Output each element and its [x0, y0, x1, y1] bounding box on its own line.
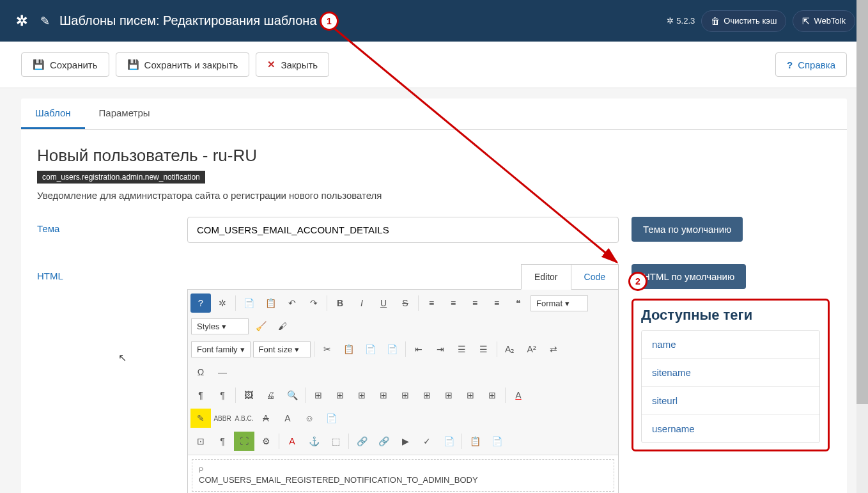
fullscreen-icon[interactable]: ⛶: [234, 432, 254, 451]
text-color-icon[interactable]: A: [277, 409, 298, 428]
default-html-button[interactable]: HTML по умолчанию: [632, 264, 746, 289]
sub-icon[interactable]: A₂: [500, 340, 520, 359]
font-family-select[interactable]: Font family ▾: [191, 341, 251, 357]
template-description: Уведомление для администратора сайта о р…: [37, 190, 831, 201]
template-icon[interactable]: 📋: [465, 432, 485, 451]
document-icon[interactable]: 📄: [438, 432, 459, 451]
col-delete-icon[interactable]: ⊞: [438, 386, 459, 405]
forecolor-icon[interactable]: A: [508, 386, 529, 405]
save-close-button[interactable]: 💾Сохранить и закрыть: [116, 52, 250, 77]
highlight-icon[interactable]: ✎: [190, 409, 211, 428]
quote-icon[interactable]: ❝: [508, 293, 529, 313]
indent-icon[interactable]: ⇥: [430, 340, 451, 359]
pagebreak-icon[interactable]: 📄: [486, 432, 507, 451]
remove-format-icon[interactable]: A: [256, 409, 276, 428]
omega-icon[interactable]: Ω: [190, 363, 211, 382]
underline-icon[interactable]: U: [373, 293, 394, 313]
row-before-icon[interactable]: ⊞: [330, 386, 350, 405]
annotation-badge-1: 1: [320, 12, 339, 31]
tab-template[interactable]: Шаблон: [21, 98, 85, 129]
editor-tab-code[interactable]: Code: [571, 264, 619, 290]
styles-select[interactable]: Styles ▾: [191, 318, 249, 334]
newdoc-icon[interactable]: 📄: [238, 293, 259, 313]
split-icon[interactable]: ⊞: [482, 386, 502, 405]
row-delete-icon[interactable]: ⊞: [373, 386, 394, 405]
save-button[interactable]: 💾Сохранить: [21, 52, 109, 77]
rtl-icon[interactable]: ¶: [212, 386, 233, 405]
subject-input[interactable]: [187, 217, 619, 243]
html-label: HTML: [37, 264, 174, 281]
eraser-icon[interactable]: 🧹: [251, 317, 271, 336]
align-right-icon[interactable]: ≡: [465, 293, 485, 313]
copy2-icon[interactable]: 📋: [339, 340, 359, 359]
webtolk-button[interactable]: ⇱WebTolk: [793, 10, 855, 32]
list-ol-icon[interactable]: ☰: [474, 340, 494, 359]
undo-icon[interactable]: ↶: [282, 293, 302, 313]
content-card: Шаблон Параметры Новый пользователь - ru…: [21, 98, 847, 493]
bold-icon[interactable]: B: [330, 293, 350, 313]
brush-icon[interactable]: 🖌: [272, 317, 293, 336]
abc-icon[interactable]: A.B.C.: [234, 409, 254, 428]
module-icon[interactable]: ⬚: [325, 432, 346, 451]
link-icon[interactable]: 🔗: [352, 432, 372, 451]
sup-icon[interactable]: A²: [522, 340, 542, 359]
code-icon[interactable]: ⚙: [256, 432, 276, 451]
align-center-icon[interactable]: ≡: [443, 293, 463, 313]
default-subject-button[interactable]: Тема по умолчанию: [632, 217, 743, 242]
ltr-icon[interactable]: ¶: [190, 386, 211, 405]
pilcrow-icon[interactable]: ¶: [212, 432, 233, 451]
italic-icon[interactable]: I: [352, 293, 372, 313]
font-a-icon[interactable]: A: [282, 432, 302, 451]
editor-tab-editor[interactable]: Editor: [521, 264, 571, 290]
abbr-icon[interactable]: ABBR: [212, 409, 233, 428]
action-toolbar: 💾Сохранить 💾Сохранить и закрыть ✕Закрыть…: [0, 42, 868, 88]
editor-content-area[interactable]: P COM_USERS_EMAIL_REGISTERED_NOTIFICATIO…: [192, 459, 614, 492]
direction-icon[interactable]: ⇄: [543, 340, 564, 359]
hr-icon[interactable]: —: [212, 363, 233, 382]
tag-item[interactable]: sitename: [642, 359, 819, 387]
image-icon[interactable]: 🖼: [238, 386, 259, 405]
format-select[interactable]: Format ▾: [531, 295, 588, 311]
align-left-icon[interactable]: ≡: [421, 293, 442, 313]
tag-item[interactable]: name: [642, 331, 819, 359]
strike-icon[interactable]: S: [395, 293, 415, 313]
tag-item[interactable]: siteurl: [642, 387, 819, 415]
list-ul-icon[interactable]: ☰: [452, 340, 472, 359]
spellcheck-icon[interactable]: ✓: [417, 432, 437, 451]
paste-text-icon[interactable]: 📄: [382, 340, 403, 359]
copy-icon[interactable]: 📋: [260, 293, 281, 313]
outdent-icon[interactable]: ⇤: [408, 340, 429, 359]
select-all-icon[interactable]: ⊡: [190, 432, 211, 451]
anchor-icon[interactable]: ⚓: [304, 432, 324, 451]
print-icon[interactable]: 🖨: [260, 386, 281, 405]
tab-params[interactable]: Параметры: [85, 98, 164, 129]
row-after-icon[interactable]: ⊞: [352, 386, 372, 405]
merge-icon[interactable]: ⊞: [460, 386, 481, 405]
emoji-icon[interactable]: ☺: [299, 409, 320, 428]
pencil-icon: ✎: [40, 14, 50, 28]
cut-icon[interactable]: ✂: [317, 340, 337, 359]
col-after-icon[interactable]: ⊞: [417, 386, 437, 405]
page-title: Шаблоны писем: Редактирования шаблона: [59, 13, 317, 28]
clear-cache-button[interactable]: 🗑Очистить кэш: [701, 10, 786, 32]
scrollbar[interactable]: [856, 0, 868, 493]
scrollbar-thumb[interactable]: [856, 0, 868, 404]
tag-item[interactable]: username: [642, 415, 819, 442]
redo-icon[interactable]: ↷: [304, 293, 324, 313]
help-tool-icon[interactable]: ?: [190, 293, 211, 313]
paste-icon[interactable]: 📄: [360, 340, 381, 359]
help-button[interactable]: ?Справка: [775, 52, 847, 77]
close-button[interactable]: ✕Закрыть: [256, 52, 329, 77]
joomla-tool-icon[interactable]: ✲: [212, 293, 233, 313]
col-before-icon[interactable]: ⊞: [395, 386, 415, 405]
media-icon[interactable]: ▶: [395, 432, 415, 451]
save-icon: 💾: [33, 59, 45, 70]
align-justify-icon[interactable]: ≡: [486, 293, 507, 313]
available-tags-panel: Доступные теги name sitename siteurl use…: [632, 299, 830, 451]
table-icon[interactable]: ⊞: [308, 386, 329, 405]
template-title: Новый пользователь - ru-RU: [37, 146, 831, 166]
font-size-select[interactable]: Font size ▾: [253, 341, 311, 357]
unlink-icon[interactable]: 🔗: [373, 432, 394, 451]
search-icon[interactable]: 🔍: [282, 386, 302, 405]
preview-icon[interactable]: 📄: [321, 409, 341, 428]
